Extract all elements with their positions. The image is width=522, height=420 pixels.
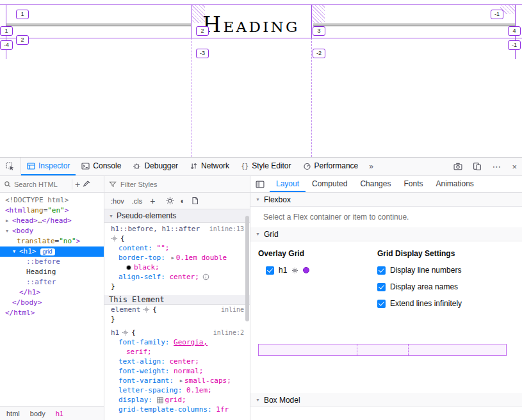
three-pane-toggle-button[interactable]: [250, 176, 270, 192]
rule-selector[interactable]: h1::before, h1::after inline:13: [104, 224, 250, 234]
breadcrumb-item-h1[interactable]: h1: [56, 410, 63, 417]
pick-element-button[interactable]: [0, 158, 21, 175]
grid-column-line-2-extended: [192, 38, 192, 157]
tab-inspector[interactable]: Inspector: [21, 158, 76, 175]
collapse-twisty-icon: ▼: [256, 398, 260, 402]
eyedropper-button[interactable]: [83, 180, 91, 188]
class-panel-toggle[interactable]: .cls: [130, 196, 145, 206]
three-pane-toggle-icon: [256, 180, 265, 189]
declaration-display[interactable]: display: grid;: [104, 395, 250, 405]
display-line-numbers-checkbox[interactable]: [377, 266, 386, 275]
tab-performance[interactable]: Performance: [297, 158, 364, 175]
dark-mode-simulation-button[interactable]: ◐: [178, 195, 186, 207]
node-html-close[interactable]: </html>: [0, 308, 104, 318]
heading-after-double-line: [313, 24, 516, 26]
gear-icon[interactable]: [291, 267, 298, 274]
grid-line-number-badge: -1: [491, 10, 503, 19]
box-model-section-header[interactable]: ▼ Box Model: [250, 393, 522, 407]
declaration-text-align[interactable]: text-align: center;: [104, 357, 250, 366]
more-tabs-button[interactable]: »: [364, 158, 379, 175]
selector-highlighter-icon[interactable]: [122, 329, 129, 336]
selector-highlighter-icon[interactable]: [111, 235, 118, 242]
tab-computed[interactable]: Computed: [306, 176, 354, 192]
node-body-close[interactable]: </body>: [0, 298, 104, 308]
node-h1-text[interactable]: Heading: [0, 267, 104, 277]
info-icon[interactable]: [202, 273, 209, 280]
rules-toggles-toolbar: :hov .cls + ◐: [104, 193, 250, 209]
node-body-open[interactable]: ▼<body: [0, 226, 104, 236]
tab-changes[interactable]: Changes: [354, 176, 397, 192]
grid-section-content: Overlay Grid h1 Grid Display Settings: [250, 241, 522, 308]
rule-h1-selector[interactable]: h1 { inline:2: [104, 328, 250, 337]
tab-style-editor[interactable]: {} Style Editor: [235, 158, 297, 175]
tab-console[interactable]: Console: [76, 158, 127, 175]
grid-line-number-badge: -4: [0, 40, 13, 50]
declaration-font-family[interactable]: font-family: Georgia,: [104, 337, 250, 347]
grid-badge[interactable]: grid: [40, 248, 55, 255]
filter-styles-input[interactable]: [120, 181, 204, 188]
light-mode-simulation-button[interactable]: [166, 197, 174, 205]
node-html-open[interactable]: <html lang="en">: [0, 206, 104, 216]
rule-source-link[interactable]: inline:13: [209, 225, 244, 232]
grid-outline-preview[interactable]: [258, 344, 507, 356]
collapse-twisty-icon[interactable]: ▼: [6, 226, 12, 236]
grid-line-number-badge: -2: [313, 49, 325, 58]
page-viewport: Heading 1 -1 1 2 3 4 2 -4 -3 -2 -1: [0, 0, 522, 157]
tab-debugger[interactable]: Debugger: [127, 158, 184, 175]
grid-toggle-icon[interactable]: [157, 397, 163, 403]
color-swatch-black[interactable]: [126, 265, 131, 270]
collapse-twisty-icon[interactable]: ▼: [13, 246, 19, 257]
node-head[interactable]: ▶<head>…</head>: [0, 216, 104, 226]
responsive-design-mode-button[interactable]: [468, 158, 487, 175]
pseudo-class-panel-toggle[interactable]: :hov: [109, 196, 126, 206]
declaration-font-weight[interactable]: font-weight: normal;: [104, 366, 250, 376]
display-area-names-checkbox[interactable]: [377, 283, 386, 291]
tab-animations[interactable]: Animations: [429, 176, 480, 192]
rule-open-brace: {: [104, 234, 250, 243]
expand-twisty-icon[interactable]: ▶: [6, 216, 12, 226]
overlay-grid-label: Overlay Grid: [258, 249, 371, 258]
node-body-attr[interactable]: translate="no">: [0, 236, 104, 246]
declaration-align-self[interactable]: align-self: center;: [104, 272, 250, 282]
rule-source-link[interactable]: inline: [221, 306, 244, 313]
tab-fonts[interactable]: Fonts: [397, 176, 429, 192]
pseudo-elements-section-header[interactable]: ▼ Pseudo-elements: [104, 209, 250, 223]
breadcrumb-item-html[interactable]: html: [6, 410, 20, 417]
add-node-button[interactable]: +: [75, 179, 80, 190]
grid-color-swatch[interactable]: [303, 267, 309, 273]
declaration-border-top-color[interactable]: black;: [104, 262, 250, 272]
extend-lines-infinitely-checkbox[interactable]: [377, 300, 386, 308]
this-element-section-header: This Element: [104, 295, 250, 305]
rules-scrollbar-thumb[interactable]: [245, 216, 249, 321]
expand-shorthand-icon[interactable]: ▶: [171, 255, 174, 261]
overlay-grid-checkbox[interactable]: [266, 266, 274, 275]
selector-highlighter-icon[interactable]: [143, 306, 150, 313]
rule-source-link[interactable]: inline:2: [213, 329, 244, 336]
node-doctype[interactable]: <!DOCTYPE html>: [0, 195, 104, 206]
print-simulation-button[interactable]: [191, 197, 199, 205]
tab-layout[interactable]: Layout: [270, 176, 306, 192]
screenshot-button[interactable]: [448, 158, 468, 175]
declaration-font-family-cont[interactable]: serif;: [104, 347, 250, 357]
node-h1-selected[interactable]: ▼<h1>grid: [0, 246, 104, 257]
search-html-input[interactable]: [14, 181, 69, 188]
collapse-twisty-icon: ▼: [256, 197, 260, 202]
settings-menu-button[interactable]: ⋯: [487, 158, 507, 175]
node-h1-after[interactable]: ::after: [0, 277, 104, 287]
declaration-content[interactable]: content: "";: [104, 243, 250, 253]
node-h1-close[interactable]: </h1>: [0, 287, 104, 298]
breadcrumb-item-body[interactable]: body: [30, 410, 45, 417]
flexbox-section-header[interactable]: ▼ Flexbox: [250, 193, 522, 207]
add-rule-button[interactable]: +: [148, 195, 157, 207]
expand-shorthand-icon[interactable]: ▶: [180, 378, 183, 384]
close-devtools-button[interactable]: ×: [507, 158, 522, 175]
flexbox-empty-message: Select a Flex container or item to conti…: [250, 207, 522, 227]
node-h1-before[interactable]: ::before: [0, 257, 104, 267]
rule-element-selector[interactable]: element { inline: [104, 305, 250, 314]
declaration-font-variant[interactable]: font-variant: ▶small-caps;: [104, 376, 250, 385]
tab-network[interactable]: Network: [184, 158, 235, 175]
declaration-grid-template-columns[interactable]: grid-template-columns: 1fr: [104, 405, 250, 414]
declaration-border-top[interactable]: border-top: ▶0.1em double: [104, 253, 250, 262]
grid-section-header[interactable]: ▼ Grid: [250, 227, 522, 241]
declaration-letter-spacing[interactable]: letter-spacing: 0.1em;: [104, 385, 250, 395]
